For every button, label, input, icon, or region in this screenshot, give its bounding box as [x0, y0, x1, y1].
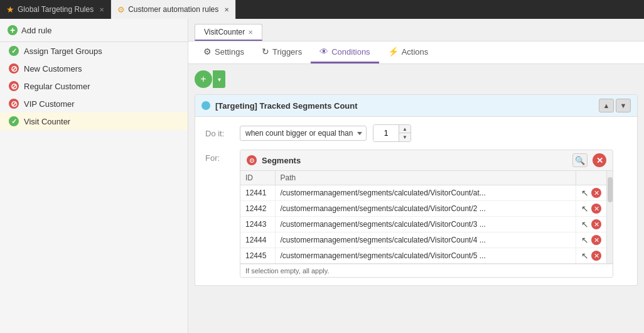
tab-triggers-label: Triggers — [272, 47, 302, 57]
row-actions: ↖ ✕ — [576, 217, 607, 232]
row-delete-button[interactable]: ✕ — [591, 251, 601, 261]
sidebar-item-visit-counter[interactable]: ✓ Visit Counter — [0, 112, 188, 130]
sidebar-item-vip-customer[interactable]: ⊘ VIP Customer — [0, 95, 188, 112]
sidebar-item-label: Visit Counter — [24, 117, 70, 126]
number-input[interactable] — [373, 125, 399, 141]
table-row: 12441 /customermanagement/segments/calcu… — [240, 185, 606, 201]
main-layout: + Add rule ✓ Assign Target Groups ⊘ New … — [0, 19, 644, 333]
tab-global-targeting-label: Global Targeting Rules — [18, 5, 94, 14]
add-rule-label: Add rule — [21, 26, 51, 35]
tab-actions[interactable]: ⚡ Actions — [379, 41, 437, 63]
segments-table: ID Path 12441 /customermanagement/segmen… — [240, 171, 606, 263]
spinner-down[interactable]: ▼ — [399, 133, 411, 141]
add-condition-button[interactable]: + — [195, 70, 212, 88]
for-label: For: — [205, 150, 233, 163]
segments-close-button[interactable]: ✕ — [593, 153, 606, 167]
row-delete-button[interactable]: ✕ — [591, 188, 601, 198]
row-id: 12445 — [240, 248, 275, 264]
col-header-actions — [576, 171, 607, 185]
move-up-button[interactable]: ▲ — [599, 99, 614, 112]
inner-tab-bar: VisitCounter ✕ — [188, 19, 644, 41]
add-condition-dropdown[interactable]: ▾ — [213, 70, 225, 88]
inner-tab-label: VisitCounter — [204, 28, 245, 36]
tab-global-targeting[interactable]: ★ Global Targeting Rules ✕ — [0, 0, 111, 19]
sidebar: + Add rule ✓ Assign Target Groups ⊘ New … — [0, 19, 188, 333]
cursor-icon: ↖ — [581, 188, 589, 198]
for-row: For: ⊙ Segments 🔍 ✕ — [205, 150, 627, 278]
status-icon-green: ✓ — [9, 116, 19, 126]
tab-triggers[interactable]: ↻ Triggers — [253, 41, 311, 63]
row-path: /customermanagement/segments/calculated/… — [275, 201, 576, 217]
sidebar-item-new-customers[interactable]: ⊘ New Customers — [0, 60, 188, 77]
sidebar-item-assign-target-groups[interactable]: ✓ Assign Target Groups — [0, 42, 188, 60]
condition-arrows: ▲ ▼ — [599, 99, 631, 112]
inner-tab-visit-counter[interactable]: VisitCounter ✕ — [195, 24, 262, 41]
row-actions: ↖ ✕ — [576, 232, 607, 248]
row-id: 12441 — [240, 185, 275, 201]
row-actions: ↖ ✕ — [576, 185, 607, 201]
cursor-icon: ↖ — [581, 251, 589, 261]
segments-icon: ⊙ — [247, 155, 257, 165]
do-it-row: Do it: when count bigger or equal than w… — [205, 124, 627, 142]
tab-customer-automation[interactable]: ⚙ Customer automation rules ✕ — [111, 0, 236, 19]
row-path: /customermanagement/segments/calculated/… — [275, 232, 576, 248]
condition-title: [Targeting] Tracked Segments Count — [215, 101, 594, 111]
segments-table-container: ⊙ Segments 🔍 ✕ — [240, 150, 613, 278]
row-id: 12443 — [240, 217, 275, 232]
sidebar-item-label: VIP Customer — [24, 99, 75, 109]
condition-header: [Targeting] Tracked Segments Count ▲ ▼ — [195, 95, 637, 117]
row-path: /customermanagement/segments/calculated/… — [275, 248, 576, 264]
condition-body: Do it: when count bigger or equal than w… — [195, 117, 637, 285]
tab-settings[interactable]: ⚙ Settings — [195, 41, 253, 63]
inner-tab-close[interactable]: ✕ — [248, 29, 253, 36]
segments-header: ⊙ Segments 🔍 ✕ — [240, 150, 613, 171]
content-body: + ▾ [Targeting] Tracked Segments Count ▲… — [188, 64, 644, 333]
tab-settings-label: Settings — [215, 47, 244, 57]
tab-customer-automation-close[interactable]: ✕ — [224, 6, 229, 13]
row-actions: ↖ ✕ — [576, 248, 607, 264]
do-it-label: Do it: — [205, 129, 233, 138]
cursor-icon: ↖ — [581, 219, 589, 229]
tab-global-targeting-close[interactable]: ✕ — [99, 6, 104, 13]
segments-title: Segments — [262, 156, 567, 165]
condition-block: [Targeting] Tracked Segments Count ▲ ▼ D… — [195, 94, 638, 286]
status-icon-green: ✓ — [9, 46, 19, 56]
move-down-button[interactable]: ▼ — [616, 99, 631, 112]
table-row: 12442 /customermanagement/segments/calcu… — [240, 201, 606, 217]
row-id: 12444 — [240, 232, 275, 248]
top-tab-bar: ★ Global Targeting Rules ✕ ⚙ Customer au… — [0, 0, 644, 19]
cursor-icon: ↖ — [581, 204, 589, 214]
col-header-id: ID — [240, 171, 275, 185]
actions-icon: ⚡ — [388, 46, 399, 57]
sidebar-item-regular-customer[interactable]: ⊘ Regular Customer — [0, 77, 188, 95]
scroll-thumb — [608, 177, 613, 202]
scrollbar[interactable] — [606, 171, 613, 263]
conditions-icon: 👁 — [319, 46, 328, 57]
add-rule-icon: + — [8, 25, 18, 35]
sidebar-item-label: Regular Customer — [24, 82, 90, 91]
add-rule-button[interactable]: + Add rule — [0, 19, 188, 42]
do-it-select[interactable]: when count bigger or equal than when cou… — [240, 126, 367, 141]
settings-tabs: ⚙ Settings ↻ Triggers 👁 Conditions ⚡ Act… — [188, 41, 644, 64]
status-icon-red: ⊘ — [9, 63, 19, 74]
col-header-path: Path — [275, 171, 576, 185]
settings-icon: ⚙ — [203, 46, 212, 57]
row-delete-button[interactable]: ✕ — [591, 219, 601, 229]
tab-conditions[interactable]: 👁 Conditions — [311, 41, 378, 63]
tab-customer-automation-label: Customer automation rules — [128, 5, 218, 14]
condition-dot — [201, 101, 210, 110]
row-delete-button[interactable]: ✕ — [591, 204, 601, 214]
cursor-icon: ↖ — [581, 235, 589, 245]
table-with-scroll: ID Path 12441 /customermanagement/segmen… — [240, 171, 613, 264]
row-delete-button[interactable]: ✕ — [591, 235, 601, 245]
table-row: 12445 /customermanagement/segments/calcu… — [240, 248, 606, 264]
status-icon-red: ⊘ — [9, 81, 19, 91]
segments-search-button[interactable]: 🔍 — [572, 153, 588, 167]
spinner-up[interactable]: ▲ — [399, 125, 411, 133]
status-icon-red: ⊘ — [9, 99, 19, 109]
row-id: 12442 — [240, 201, 275, 217]
row-actions: ↖ ✕ — [576, 201, 607, 217]
add-condition-bar: + ▾ — [195, 70, 638, 88]
content-area: VisitCounter ✕ ⚙ Settings ↻ Triggers 👁 C… — [188, 19, 644, 333]
gear-icon: ⚙ — [117, 5, 125, 14]
